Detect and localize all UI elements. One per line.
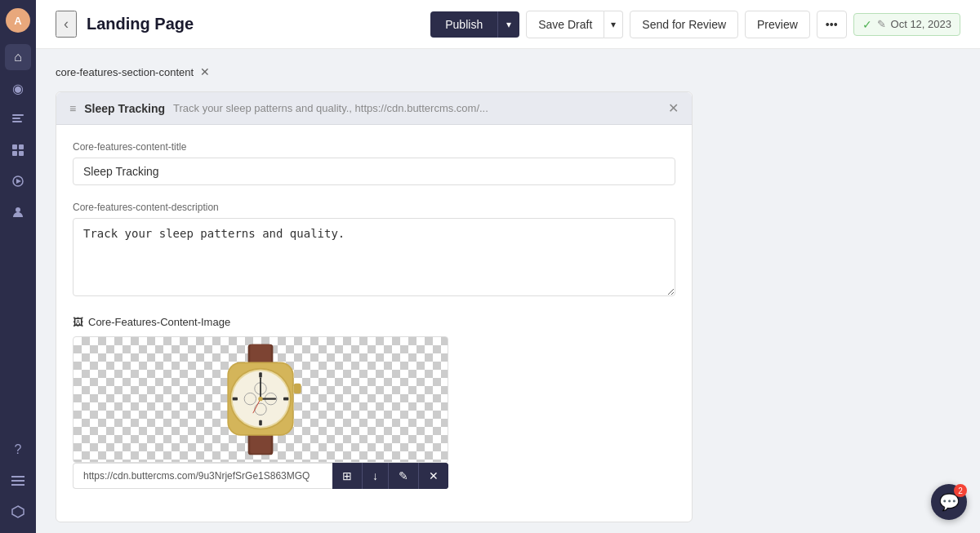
close-icon: ✕ bbox=[429, 469, 439, 482]
chat-badge: 2 bbox=[954, 484, 967, 497]
svg-rect-25 bbox=[259, 420, 262, 424]
title-input[interactable] bbox=[73, 158, 675, 185]
svg-rect-0 bbox=[12, 114, 24, 116]
svg-rect-11 bbox=[11, 480, 24, 482]
title-label: Core-features-content-title bbox=[73, 141, 675, 153]
watch-image bbox=[207, 343, 314, 457]
image-label: 🖼 Core-Features-Content-Image bbox=[73, 316, 675, 328]
sidebar-item-users[interactable] bbox=[5, 199, 31, 225]
svg-rect-6 bbox=[19, 151, 24, 156]
edit-image-button[interactable]: ✎ bbox=[389, 463, 419, 489]
svg-rect-12 bbox=[11, 484, 24, 486]
sidebar: A ⌂ ◉ ? bbox=[0, 0, 36, 533]
svg-rect-3 bbox=[12, 144, 17, 149]
svg-rect-24 bbox=[259, 372, 262, 377]
sidebar-item-media[interactable] bbox=[5, 168, 31, 194]
svg-point-35 bbox=[258, 396, 262, 400]
image-field-group: 🖼 Core-Features-Content-Image bbox=[73, 316, 675, 489]
svg-rect-15 bbox=[250, 344, 270, 362]
svg-rect-17 bbox=[250, 433, 270, 453]
section-meta: Track your sleep patterns and quality., … bbox=[173, 102, 488, 114]
preview-button[interactable]: Preview bbox=[745, 11, 810, 38]
svg-rect-5 bbox=[12, 151, 17, 156]
svg-rect-27 bbox=[283, 397, 288, 400]
user-avatar[interactable]: A bbox=[6, 8, 30, 33]
section-close-icon[interactable]: ✕ bbox=[668, 100, 679, 116]
section-name: Sleep Tracking bbox=[84, 102, 165, 115]
publish-dropdown-button[interactable]: ▾ bbox=[497, 11, 519, 38]
save-draft-button[interactable]: Save Draft bbox=[526, 11, 604, 38]
title-field-group: Core-features-content-title bbox=[73, 141, 675, 185]
status-edit-icon: ✎ bbox=[877, 18, 886, 30]
download-image-button[interactable]: ↓ bbox=[363, 463, 389, 489]
status-date: Oct 12, 2023 bbox=[891, 18, 951, 30]
replace-image-button[interactable]: ⊞ bbox=[332, 463, 363, 489]
svg-rect-26 bbox=[233, 397, 238, 400]
save-draft-dropdown-button[interactable]: ▾ bbox=[604, 11, 623, 38]
section-header: ≡ Sleep Tracking Track your sleep patter… bbox=[56, 92, 692, 125]
drag-handle-icon[interactable]: ≡ bbox=[69, 102, 76, 115]
publish-group: Publish ▾ bbox=[430, 11, 519, 38]
sidebar-item-help[interactable]: ? bbox=[5, 437, 31, 463]
description-field-group: Core-features-content-description Track … bbox=[73, 202, 675, 300]
svg-rect-1 bbox=[12, 118, 20, 119]
section-header-left: ≡ Sleep Tracking Track your sleep patter… bbox=[69, 102, 488, 115]
back-button[interactable]: ‹ bbox=[56, 11, 77, 38]
replace-icon: ⊞ bbox=[342, 469, 352, 482]
sidebar-item-content[interactable] bbox=[5, 106, 31, 132]
form-body: Core-features-content-title Core-feature… bbox=[56, 125, 692, 522]
edit-icon: ✎ bbox=[399, 469, 408, 482]
content-card: ≡ Sleep Tracking Track your sleep patter… bbox=[56, 91, 693, 522]
status-badge: ✓ ✎ Oct 12, 2023 bbox=[853, 13, 960, 36]
svg-point-9 bbox=[16, 207, 20, 212]
svg-rect-10 bbox=[11, 476, 24, 477]
page-title: Landing Page bbox=[87, 15, 421, 33]
breadcrumb-close-icon[interactable]: ✕ bbox=[200, 65, 210, 78]
sidebar-item-activity[interactable]: ◉ bbox=[5, 75, 31, 101]
image-icon: 🖼 bbox=[73, 316, 83, 328]
url-bar-wrapper: ⊞ ↓ ✎ ✕ bbox=[73, 463, 448, 489]
download-icon: ↓ bbox=[372, 469, 378, 482]
status-check-icon: ✓ bbox=[862, 18, 872, 31]
image-label-text: Core-Features-Content-Image bbox=[88, 316, 230, 328]
breadcrumb: core-features-section-content ✕ bbox=[56, 65, 960, 78]
sidebar-item-settings[interactable] bbox=[5, 468, 31, 494]
main-panel: ‹ Landing Page Publish ▾ Save Draft ▾ Se… bbox=[36, 0, 980, 533]
url-actions: ⊞ ↓ ✎ ✕ bbox=[332, 463, 448, 489]
more-options-button[interactable]: ••• bbox=[817, 11, 847, 38]
description-label: Core-features-content-description bbox=[73, 202, 675, 213]
svg-marker-13 bbox=[12, 506, 24, 517]
send-review-button[interactable]: Send for Review bbox=[630, 11, 738, 38]
chat-bubble[interactable]: 💬 2 bbox=[931, 484, 967, 520]
svg-marker-8 bbox=[16, 179, 21, 184]
publish-button[interactable]: Publish bbox=[430, 11, 497, 38]
sidebar-item-pages[interactable] bbox=[5, 137, 31, 163]
image-container bbox=[73, 336, 448, 463]
svg-rect-2 bbox=[12, 121, 22, 122]
remove-image-button[interactable]: ✕ bbox=[419, 463, 448, 489]
image-url-input[interactable] bbox=[73, 463, 332, 489]
description-textarea[interactable]: Track your sleep patterns and quality. bbox=[73, 218, 675, 296]
content-area: core-features-section-content ✕ ≡ Sleep … bbox=[36, 49, 980, 533]
page-header: ‹ Landing Page Publish ▾ Save Draft ▾ Se… bbox=[36, 0, 980, 49]
svg-rect-4 bbox=[19, 144, 24, 149]
sidebar-item-home[interactable]: ⌂ bbox=[5, 44, 31, 70]
breadcrumb-text: core-features-section-content bbox=[56, 66, 194, 78]
avatar-initial: A bbox=[14, 15, 21, 27]
header-actions: Publish ▾ Save Draft ▾ Send for Review P… bbox=[430, 11, 960, 38]
sidebar-item-integrations[interactable] bbox=[5, 499, 31, 525]
svg-rect-20 bbox=[294, 383, 301, 393]
save-draft-group: Save Draft ▾ bbox=[526, 11, 623, 38]
